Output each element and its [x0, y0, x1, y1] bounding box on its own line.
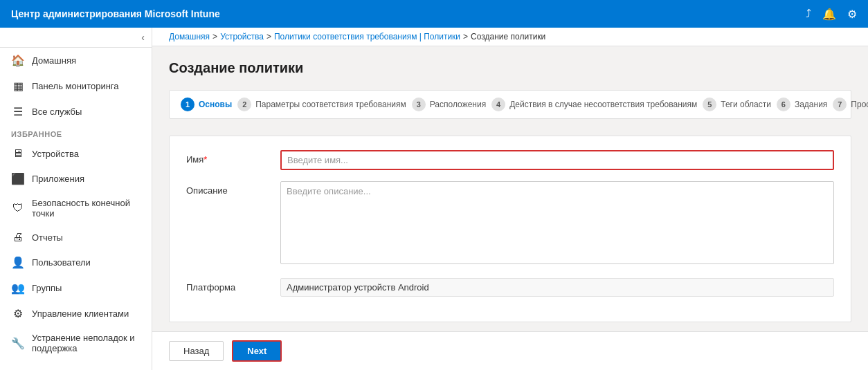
- user-icon: 👤: [11, 256, 25, 269]
- page-title: Создание политики: [169, 60, 851, 76]
- breadcrumb-current: Создание политики: [471, 32, 545, 41]
- favorites-section-label: ИЗБРАННОЕ: [0, 124, 152, 141]
- sidebar-item-label: Пользователи: [32, 257, 91, 268]
- sidebar-item-apps[interactable]: ⬛ Приложения: [0, 166, 152, 192]
- step-label-2: Параметры соответствия требованиям: [255, 100, 406, 109]
- step-label-4: Действия в случае несоответствия требова…: [509, 100, 697, 109]
- step-label-5: Теги области: [721, 100, 771, 109]
- step-num-5: 5: [703, 98, 716, 111]
- reports-icon: 🖨: [11, 231, 25, 243]
- page-footer: Назад Next: [152, 331, 868, 370]
- step-num-1: 1: [181, 98, 195, 111]
- feedback-icon[interactable]: ⤴: [806, 8, 811, 20]
- breadcrumb: Домашняя > Устройства > Политики соответ…: [152, 28, 868, 46]
- breadcrumb-sep3: >: [463, 32, 468, 41]
- next-button[interactable]: Next: [232, 340, 282, 362]
- sidebar-item-tenant-admin[interactable]: ⚙ Управление клиентами: [0, 301, 152, 326]
- platform-row: Платформа Администратор устройств Androi…: [186, 278, 834, 297]
- sidebar-item-troubleshoot[interactable]: 🔧 Устранение неполадок и поддержка: [0, 326, 152, 360]
- page-content: Создание политики 1 Основы 2 Параметры с…: [152, 46, 868, 331]
- sidebar-item-label: Все службы: [32, 107, 82, 117]
- step-num-2: 2: [237, 98, 251, 111]
- breadcrumb-sep2: >: [266, 32, 271, 41]
- step-label-6: Задания: [795, 100, 827, 109]
- wizard-step-5[interactable]: 5 Теги области: [703, 98, 771, 111]
- description-row: Описание: [186, 181, 834, 267]
- name-control: [280, 150, 834, 170]
- sidebar-item-label: Группы: [32, 283, 62, 293]
- sidebar-item-label: Устройства: [32, 149, 79, 159]
- description-control: [280, 181, 834, 267]
- platform-value: Администратор устройств Android: [280, 278, 834, 297]
- sidebar-collapse[interactable]: ‹: [0, 28, 152, 48]
- platform-label: Платформа: [186, 278, 269, 293]
- devices-icon: 🖥: [11, 147, 25, 160]
- name-label: Имя*: [186, 150, 269, 165]
- step-num-3: 3: [412, 98, 426, 111]
- sidebar-item-groups[interactable]: 👥 Группы: [0, 275, 152, 301]
- settings-icon[interactable]: ⚙: [847, 8, 857, 21]
- sidebar-item-label: Панель мониторинга: [32, 81, 119, 91]
- description-label: Описание: [186, 181, 269, 196]
- home-icon: 🏠: [11, 54, 25, 67]
- breadcrumb-devices[interactable]: Устройства: [220, 32, 264, 41]
- name-input[interactable]: [280, 150, 834, 170]
- sidebar-item-reports[interactable]: 🖨 Отчеты: [0, 225, 152, 250]
- content-area: Домашняя > Устройства > Политики соответ…: [152, 28, 868, 370]
- back-button[interactable]: Назад: [169, 341, 224, 361]
- breadcrumb-home[interactable]: Домашняя: [169, 32, 210, 41]
- name-row: Имя*: [186, 150, 834, 170]
- sidebar-item-label: Отчеты: [32, 232, 63, 243]
- wizard-step-2[interactable]: 2 Параметры соответствия требованиям: [237, 98, 406, 111]
- breadcrumb-policies[interactable]: Политики соответствия требованиям | Поли…: [274, 32, 460, 41]
- sidebar-item-dashboard[interactable]: ▦ Панель мониторинга: [0, 73, 152, 99]
- collapse-icon[interactable]: ‹: [141, 32, 145, 43]
- topbar: Центр администрирования Microsoft Intune…: [0, 0, 868, 28]
- sidebar-item-users[interactable]: 👤 Пользователи: [0, 250, 152, 275]
- topbar-actions: ⤴ 🔔 ⚙: [806, 8, 857, 21]
- step-label-7: Просмотр и создание: [851, 100, 868, 109]
- sidebar-item-home[interactable]: 🏠 Домашняя: [0, 48, 152, 73]
- sidebar-item-all-services[interactable]: ☰ Все службы: [0, 99, 152, 124]
- wizard-steps: 1 Основы 2 Параметры соответствия требов…: [169, 90, 851, 119]
- sidebar-item-label: Домашняя: [32, 55, 76, 66]
- main-layout: ‹ 🏠 Домашняя ▦ Панель мониторинга ☰ Все …: [0, 28, 868, 370]
- wizard-step-4[interactable]: 4 Действия в случае несоответствия требо…: [491, 98, 697, 111]
- apps-icon: ⬛: [11, 172, 25, 185]
- list-icon: ☰: [11, 105, 25, 118]
- dashboard-icon: ▦: [11, 80, 25, 93]
- step-num-6: 6: [777, 98, 790, 111]
- wrench-icon: 🔧: [11, 337, 25, 350]
- sidebar-item-endpoint-security[interactable]: 🛡 Безопасность конечной точки: [0, 192, 152, 225]
- sidebar-item-label: Безопасность конечной точки: [32, 198, 141, 219]
- form-panel: Имя* Описание Платформа: [169, 136, 851, 322]
- sidebar-item-label: Приложения: [32, 174, 84, 184]
- sidebar: ‹ 🏠 Домашняя ▦ Панель мониторинга ☰ Все …: [0, 28, 152, 370]
- wizard-step-1[interactable]: 1 Основы: [181, 98, 232, 111]
- step-label-1: Основы: [199, 100, 232, 109]
- groups-icon: 👥: [11, 281, 25, 295]
- wizard-step-7[interactable]: 7 Просмотр и создание: [833, 98, 868, 111]
- sidebar-item-label: Устранение неполадок и поддержка: [32, 333, 141, 353]
- bell-icon[interactable]: 🔔: [822, 8, 836, 21]
- app-title: Центр администрирования Microsoft Intune: [11, 8, 220, 19]
- sidebar-item-devices[interactable]: 🖥 Устройства: [0, 141, 152, 166]
- platform-control: Администратор устройств Android: [280, 278, 834, 297]
- description-input[interactable]: [280, 181, 834, 264]
- sidebar-item-label: Управление клиентами: [32, 308, 129, 319]
- wizard-step-6[interactable]: 6 Задания: [777, 98, 827, 111]
- tenant-icon: ⚙: [11, 307, 25, 320]
- step-label-3: Расположения: [430, 100, 486, 109]
- shield-icon: 🛡: [11, 202, 25, 214]
- wizard-step-3[interactable]: 3 Расположения: [412, 98, 486, 111]
- step-num-7: 7: [833, 98, 847, 111]
- step-num-4: 4: [491, 98, 505, 111]
- breadcrumb-sep1: >: [213, 32, 217, 41]
